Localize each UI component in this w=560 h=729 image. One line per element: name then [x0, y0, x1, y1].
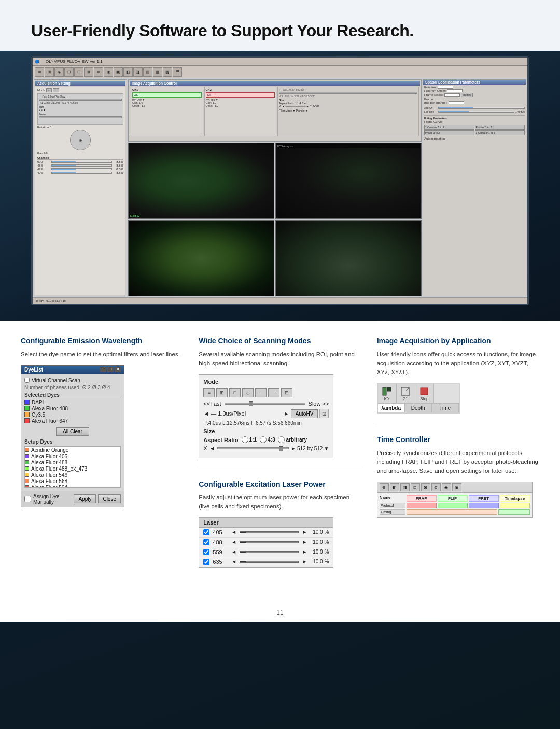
assign-dye-row: Assign Dye Manually: [24, 493, 74, 505]
laser-559-slider[interactable]: [240, 551, 299, 553]
laser-488-checkbox[interactable]: [203, 539, 209, 545]
maximize-icon[interactable]: □: [107, 367, 114, 372]
scan-icon-diamond[interactable]: ◇: [242, 388, 254, 397]
ratio-4-3-radio[interactable]: [260, 436, 267, 443]
minimize-icon[interactable]: −: [100, 367, 106, 372]
setup-dyes-list[interactable]: Acridine Orange Alexa Fluor 405 Alexa Fl…: [24, 446, 121, 488]
ch-406-slider[interactable]: [51, 172, 112, 174]
ratio-1-1-radio[interactable]: [242, 436, 248, 443]
page-number: 11: [276, 609, 283, 616]
x-arrow-left[interactable]: ◄: [209, 445, 215, 451]
x-slider-thumb[interactable]: [279, 446, 283, 451]
ratio-4-3[interactable]: 4:3: [260, 436, 275, 443]
laser-405-slider[interactable]: [240, 531, 299, 533]
tc-btn-1[interactable]: ⊕: [380, 483, 389, 491]
tab-depth[interactable]: Depth: [405, 404, 432, 412]
tool-icon-13[interactable]: ▦: [153, 67, 162, 77]
tool-icon-3[interactable]: ◈: [54, 67, 64, 77]
ch1-on: ON: [132, 92, 202, 98]
tc-btn-4[interactable]: ⊡: [411, 483, 420, 491]
laser-559-right[interactable]: ►: [302, 549, 307, 555]
tc-btn-5[interactable]: ⊠: [421, 483, 430, 491]
tc-btn-2[interactable]: ◧: [390, 483, 399, 491]
menu-file[interactable]: OLYMPUS FLUOVIEW Ver.1.1: [44, 59, 105, 64]
tool-icon-9[interactable]: ▣: [114, 67, 123, 77]
laser-559-left[interactable]: ◄: [231, 549, 236, 555]
tool-icon-11[interactable]: ◨: [133, 67, 143, 77]
tool-icon-2[interactable]: ⊞: [45, 67, 54, 77]
laser-488-left[interactable]: ◄: [231, 539, 236, 545]
image-view-1: 512x512: [128, 143, 274, 219]
mode-btn-2[interactable]: ≣: [53, 88, 59, 92]
scan-icon-list[interactable]: ≡: [203, 388, 215, 397]
auto-hv-button[interactable]: AutoHV: [291, 409, 318, 418]
acq-mode-stop[interactable]: Stop: [415, 384, 434, 403]
close-button[interactable]: Close: [98, 494, 121, 503]
tool-icon-4[interactable]: ⊡: [64, 67, 74, 77]
tool-icon-15[interactable]: ☰: [173, 67, 182, 77]
tc-btn-8[interactable]: ▣: [452, 483, 461, 491]
laser-635-slider[interactable]: [240, 561, 299, 563]
laser-559-checkbox[interactable]: [203, 549, 209, 555]
laser-405-right[interactable]: ►: [302, 529, 307, 535]
laser-405-left[interactable]: ◄: [231, 529, 236, 535]
tc-btn-7[interactable]: ◉: [442, 483, 451, 491]
framesel-input[interactable]: [444, 93, 460, 97]
tool-icon-7[interactable]: ⊗: [94, 67, 103, 77]
progoffset-input[interactable]: [447, 89, 463, 92]
laser-635-right[interactable]: ►: [302, 559, 307, 565]
speed-thumb[interactable]: [249, 401, 253, 406]
close-icon[interactable]: ×: [115, 367, 121, 372]
scan-icon-grid[interactable]: ⊞: [216, 388, 228, 397]
ratio-arb[interactable]: arbitrary: [278, 436, 307, 443]
acqch-slider[interactable]: [438, 107, 525, 109]
ratio-arb-radio[interactable]: [278, 436, 285, 443]
tool-icon-10[interactable]: ◧: [123, 67, 133, 77]
laser-405-checkbox[interactable]: [203, 529, 209, 535]
tool-icon-5[interactable]: ⊟: [74, 67, 83, 77]
mode-btn-1[interactable]: ≡: [46, 88, 52, 92]
rotation-input[interactable]: [438, 86, 453, 89]
acq-mode-z1[interactable]: Z1: [397, 384, 415, 403]
assign-dye-checkbox[interactable]: [24, 496, 31, 502]
virtual-channel-checkbox[interactable]: [24, 378, 30, 383]
scan-icon-rect[interactable]: □: [229, 388, 241, 397]
acq-mode-ky[interactable]: KY: [378, 384, 397, 403]
all-clear-button[interactable]: All Clear: [56, 427, 89, 436]
bits-input[interactable]: [449, 101, 464, 104]
scan-icon-table[interactable]: ⊟: [281, 388, 292, 397]
res-arrow-right[interactable]: ►: [291, 446, 296, 451]
laser-488-right[interactable]: ►: [302, 539, 307, 545]
tool-icon-6[interactable]: ⊠: [84, 67, 93, 77]
channel-sliders: Channels 600 8.8% 488 8.8%: [37, 156, 123, 174]
tool-icon-1[interactable]: ⊕: [35, 67, 44, 77]
tc-btn-6[interactable]: ⊗: [431, 483, 441, 491]
rotation-wheel[interactable]: ⊙: [70, 130, 91, 150]
ch-473-slider[interactable]: [51, 168, 112, 170]
frame-btn[interactable]: Button: [461, 93, 472, 97]
apply-button[interactable]: Apply: [74, 494, 96, 503]
tool-icon-12[interactable]: ▤: [143, 67, 152, 77]
speed-slider[interactable]: [225, 403, 305, 405]
dye-item-alexa647: Alexa Fluor 647: [24, 418, 121, 424]
tab-lambda[interactable]: λambda: [378, 404, 405, 412]
laser-row-488: 488 ◄ ► 10.0 %: [199, 538, 333, 547]
tool-icon-14[interactable]: ▩: [163, 67, 172, 77]
scan-icon-dots[interactable]: ⋮: [268, 388, 279, 397]
laser-635-left[interactable]: ◄: [231, 559, 236, 565]
tl-col-timelapse: Timelapse: [500, 495, 530, 502]
ch-488-slider[interactable]: [51, 164, 112, 167]
x-slider[interactable]: [217, 447, 289, 449]
scan-icon-point[interactable]: ·: [255, 388, 267, 397]
setup-dye-name-3: Alexa Fluor 488: [31, 460, 67, 465]
fit-cell-2: Point of 1 to 2: [475, 125, 525, 130]
tab-time[interactable]: Time: [432, 404, 459, 412]
ch-600-slider[interactable]: [51, 161, 112, 163]
res-dropdown[interactable]: ▼: [324, 446, 329, 451]
tc-btn-3[interactable]: ◨: [400, 483, 410, 491]
laser-488-slider[interactable]: [240, 541, 299, 543]
tool-icon-8[interactable]: ◉: [104, 67, 113, 77]
lagtime-slider[interactable]: [438, 111, 514, 113]
ratio-1-1[interactable]: 1:1: [242, 436, 257, 443]
laser-635-checkbox[interactable]: [203, 559, 209, 565]
